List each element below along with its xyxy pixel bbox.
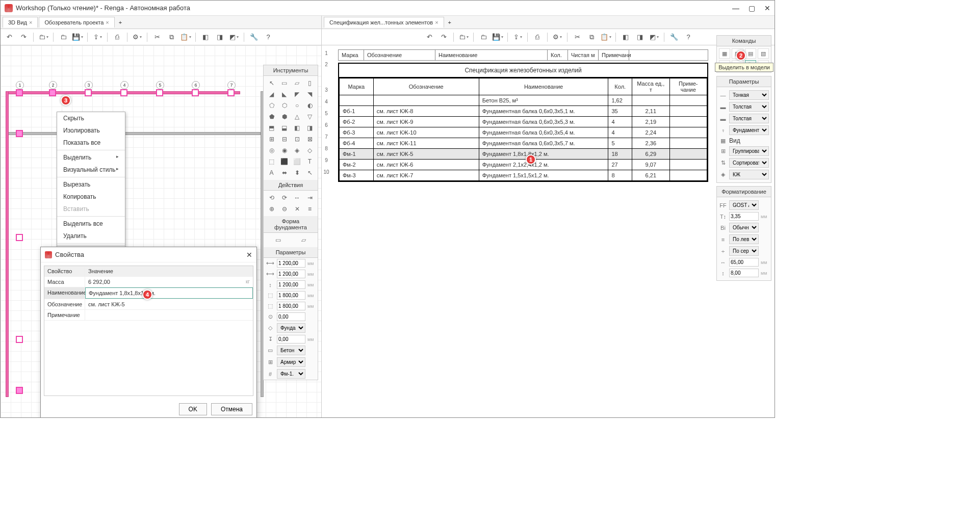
spec-col-header[interactable]: Примечани [599,50,629,60]
context-menu-item[interactable]: Визуальный стиль▸ [57,164,125,176]
print-button[interactable]: ⎙ [112,32,123,43]
print-button[interactable]: ⎙ [532,32,543,43]
spec-row[interactable]: Фб-2см. лист КЖ-9Фундаментная балка 0,6x… [340,117,707,127]
param-input[interactable] [277,302,305,310]
param-input[interactable] [277,291,305,300]
cmd-icon[interactable]: ▤ [745,48,756,59]
param-select[interactable]: Группировать [729,146,769,156]
context-menu-item[interactable]: Показать все [57,137,125,149]
cmd-icon[interactable]: ▧ [758,48,769,59]
param-input[interactable] [277,335,305,344]
3d-canvas[interactable]: 1 2 3 4 5 6 7 [1,45,321,417]
param-input[interactable] [277,270,305,278]
param-input[interactable] [277,312,305,321]
tool-icon[interactable]: ▭ [278,78,290,88]
ok-button[interactable]: OK [179,403,207,415]
fmt-input[interactable] [729,269,759,277]
tool-icon[interactable]: ▱ [291,78,303,88]
tool-icon[interactable]: ◤ [291,89,303,99]
settings-button[interactable]: ⚙ [552,32,563,43]
param-select[interactable]: Фундамент [277,323,305,333]
param-select[interactable]: Толстая [729,102,769,112]
add-tab-button[interactable]: + [116,17,125,28]
param-select[interactable]: Толстая [729,114,769,123]
spec-col-header[interactable]: Наименование [435,50,548,60]
tool3-button[interactable]: ◩ [649,32,660,43]
fmt-select[interactable]: Обычный [729,223,759,232]
tool-icon[interactable]: ◢ [266,89,277,99]
property-row[interactable]: Масса6 292,00кг [44,277,253,287]
fmt-select[interactable]: По середине [729,246,759,256]
action-icon[interactable]: ≡ [304,204,316,214]
tool-icon[interactable]: ⊡ [291,134,303,144]
param-select[interactable]: Фм-1. [277,369,305,379]
undo-button[interactable]: ↶ [424,32,435,43]
tool-icon[interactable]: ↖ [304,168,316,178]
spec-row[interactable]: Фм-2см. лист КЖ-6Фундамент 2,1x2,4x1,2 м… [340,160,707,170]
spec-col-header[interactable]: Обозначение [364,50,435,60]
tool-icon[interactable]: ◐ [304,100,316,111]
spec-row[interactable]: Бетон B25, м³1,62 [340,95,707,106]
tool-icon[interactable]: ◣ [278,89,290,99]
folder-button[interactable]: 🗀 [478,32,489,43]
context-menu-item[interactable]: Вырезать [57,178,125,191]
tool-icon[interactable]: ◈ [291,145,303,155]
tool-icon[interactable]: ⊞ [266,134,277,144]
save-button[interactable]: 💾 [492,32,503,43]
context-menu-item[interactable]: Выделить все [57,218,125,230]
tool-icon[interactable]: ↖ [266,78,277,88]
tool-icon[interactable]: ⬜ [291,156,303,167]
redo-button[interactable]: ↷ [438,32,449,43]
tool-icon[interactable]: ⬠ [266,100,277,111]
fmt-select[interactable]: По левому кр [729,234,759,244]
tool-icon[interactable]: ⬌ [278,168,290,178]
action-icon[interactable]: ✕ [291,204,303,214]
paste-button[interactable]: 📋 [600,32,611,43]
tool-icon[interactable]: ⊟ [278,134,290,144]
cut-button[interactable]: ✂ [151,32,163,43]
tool-icon[interactable]: ⬢ [278,112,290,122]
fmt-input[interactable] [729,258,759,267]
export-button[interactable]: ⇪ [92,32,103,43]
help-button[interactable]: ? [263,32,274,43]
wrench-button[interactable]: 🔧 [248,32,260,43]
shape-rect-icon[interactable]: ▭ [266,235,290,245]
wrench-button[interactable]: 🔧 [668,32,680,43]
add-tab-button[interactable]: + [445,17,454,28]
tool-icon[interactable]: ○ [291,100,303,111]
help-button[interactable]: ? [683,32,694,43]
spec-col-header[interactable]: Чистая м [568,50,599,60]
param-input[interactable] [277,259,305,268]
tool-icon[interactable]: ◧ [291,123,303,133]
tool1-button[interactable]: ◧ [200,32,211,43]
tool-icon[interactable]: ◎ [266,145,277,155]
param-select[interactable]: Сортировать [729,158,769,168]
export-button[interactable]: ⇪ [512,32,523,43]
undo-button[interactable]: ↶ [4,32,15,43]
open-button[interactable]: 🗀 [38,32,49,43]
tool2-button[interactable]: ◨ [214,32,225,43]
tool-icon[interactable]: ◇ [304,145,316,155]
fmt-input[interactable] [729,212,759,221]
folder-button[interactable]: 🗀 [58,32,69,43]
paste-button[interactable]: 📋 [180,32,191,43]
context-menu-item[interactable]: Копировать [57,191,125,203]
close-icon[interactable]: × [106,19,109,25]
property-row[interactable]: Обозначениесм. лист КЖ-5 [44,299,253,310]
minimize-button[interactable]: — [732,4,739,12]
action-icon[interactable]: ↔ [291,193,303,203]
spec-row[interactable]: Фб-1см. лист КЖ-8Фундаментная балка 0,6x… [340,106,707,117]
tab-3d-view[interactable]: 3D Вид× [3,17,38,28]
action-icon[interactable]: ⟳ [278,193,290,203]
spec-row[interactable]: Фм-1см. лист КЖ-5Фундамент 1,8x1,8x1,2 м… [340,149,707,160]
tool-icon[interactable]: ◉ [278,145,290,155]
action-icon[interactable]: ⟲ [266,193,277,203]
param-select[interactable]: Фундамент [729,125,769,135]
tool-icon[interactable]: ◥ [304,89,316,99]
tool-icon[interactable]: ⬓ [278,123,290,133]
spec-row[interactable]: Фм-3см. лист КЖ-7Фундамент 1,5x1,5x1,2 м… [340,170,707,181]
fmt-select[interactable]: GOST A [729,200,759,210]
tool-icon[interactable]: ⬍ [291,168,303,178]
param-select[interactable]: КЖ [729,170,769,179]
close-button[interactable]: ✕ [764,4,770,12]
